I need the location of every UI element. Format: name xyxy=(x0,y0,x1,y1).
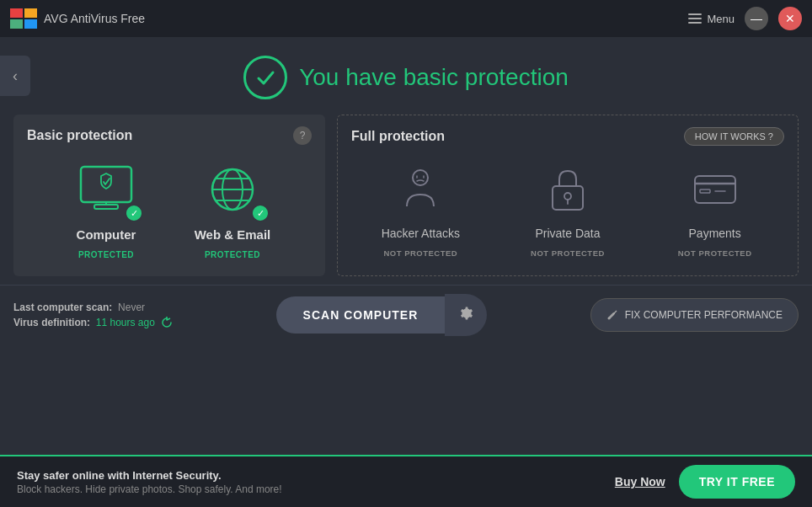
avg-logo xyxy=(10,8,37,29)
status-icon xyxy=(243,56,287,99)
header-status: You have basic protection xyxy=(243,56,569,99)
computer-item-name: Computer xyxy=(77,227,136,242)
svg-rect-5 xyxy=(688,18,702,19)
last-scan-text: Last computer scan: Never xyxy=(13,302,173,313)
svg-rect-3 xyxy=(24,19,37,29)
private-data-item[interactable]: Private Data NOT PROTECTED xyxy=(521,161,614,258)
computer-item[interactable]: ✓ Computer PROTECTED xyxy=(51,160,161,259)
hacker-attacks-name: Hacker Attacks xyxy=(382,227,460,240)
scan-computer-button[interactable]: SCAN COMPUTER xyxy=(276,296,446,334)
svg-rect-18 xyxy=(553,186,583,210)
full-protection-panel: Full protection HOW IT WORKS ? xyxy=(337,115,799,276)
back-button[interactable]: ‹ xyxy=(0,56,30,96)
private-data-icon xyxy=(538,161,597,218)
scan-settings-button[interactable] xyxy=(445,294,487,336)
last-scan-value: Never xyxy=(118,302,145,313)
web-email-item[interactable]: ✓ Web & Email PROTECTED xyxy=(178,160,287,259)
web-email-check-badge: ✓ xyxy=(251,204,270,222)
banner-actions: Buy Now TRY IT FREE xyxy=(615,465,795,499)
fix-performance-button[interactable]: FIX COMPUTER PERFORMANCE xyxy=(590,298,799,332)
banner-subtitle: Block hackers. Hide private photos. Shop… xyxy=(17,483,282,495)
status-title: You have basic protection xyxy=(299,64,569,91)
full-panel-header: Full protection HOW IT WORKS ? xyxy=(351,127,784,146)
svg-point-25 xyxy=(608,318,610,319)
virus-def-text: Virus definition: 11 hours ago xyxy=(13,317,173,329)
virus-def-value: 11 hours ago xyxy=(96,317,155,328)
svg-rect-6 xyxy=(688,22,702,24)
header-area: ‹ You have basic protection xyxy=(0,37,812,115)
computer-item-status: PROTECTED xyxy=(78,250,134,259)
refresh-icon[interactable] xyxy=(161,317,173,328)
svg-rect-4 xyxy=(688,13,702,15)
banner-title: Stay safer online with Internet Security… xyxy=(17,469,282,482)
hacker-attacks-status: NOT PROTECTED xyxy=(383,248,457,258)
payments-name: Payments xyxy=(689,227,741,240)
private-data-name: Private Data xyxy=(535,227,600,240)
basic-panel-title: Basic protection xyxy=(27,128,132,143)
buy-now-button[interactable]: Buy Now xyxy=(615,475,665,488)
svg-rect-2 xyxy=(10,19,23,29)
last-scan-label: Last computer scan: xyxy=(13,302,112,313)
web-email-item-name: Web & Email xyxy=(195,227,271,242)
wrench-icon xyxy=(606,309,618,321)
payments-icon xyxy=(686,161,745,218)
title-bar-controls: Menu — ✕ xyxy=(688,7,802,30)
menu-label: Menu xyxy=(707,13,735,25)
minimize-button[interactable]: — xyxy=(745,7,768,30)
title-bar: AVG AntiVirus Free Menu — ✕ xyxy=(0,0,812,37)
main-content: Basic protection ? ✓ Computer xyxy=(0,115,812,276)
svg-rect-8 xyxy=(94,205,118,209)
menu-button[interactable]: Menu xyxy=(688,13,735,25)
payments-item[interactable]: Payments NOT PROTECTED xyxy=(669,161,761,258)
svg-point-19 xyxy=(564,193,571,200)
app-title: AVG AntiVirus Free xyxy=(44,12,145,25)
computer-icon-wrapper: ✓ xyxy=(72,160,140,219)
how-it-works-button[interactable]: HOW IT WORKS ? xyxy=(684,127,784,146)
close-button[interactable]: ✕ xyxy=(778,7,802,30)
web-email-item-status: PROTECTED xyxy=(205,250,260,259)
svg-point-15 xyxy=(413,170,428,185)
scan-bar: Last computer scan: Never Virus definiti… xyxy=(0,285,812,346)
virus-def-label: Virus definition: xyxy=(13,317,90,328)
scan-buttons: SCAN COMPUTER xyxy=(276,294,488,336)
banner-text: Stay safer online with Internet Security… xyxy=(17,469,282,495)
basic-help-button[interactable]: ? xyxy=(293,126,312,145)
basic-items: ✓ Computer PROTECTED ✓ Web & E xyxy=(27,160,312,259)
title-bar-left: AVG AntiVirus Free xyxy=(10,8,145,29)
scan-info: Last computer scan: Never Virus definiti… xyxy=(13,302,173,329)
basic-panel-header: Basic protection ? xyxy=(27,126,312,145)
payments-status: NOT PROTECTED xyxy=(678,248,752,258)
full-panel-title: Full protection xyxy=(351,129,445,144)
svg-rect-0 xyxy=(10,8,23,18)
basic-protection-panel: Basic protection ? ✓ Computer xyxy=(13,115,325,276)
full-items: Hacker Attacks NOT PROTECTED Private Dat… xyxy=(351,161,784,258)
private-data-status: NOT PROTECTED xyxy=(531,248,605,258)
hacker-attacks-icon xyxy=(391,161,450,218)
fix-btn-label: FIX COMPUTER PERFORMANCE xyxy=(625,309,783,321)
svg-rect-23 xyxy=(700,189,710,193)
web-email-icon-wrapper: ✓ xyxy=(199,160,266,219)
try-free-button[interactable]: TRY IT FREE xyxy=(679,465,795,499)
svg-rect-1 xyxy=(24,8,37,18)
computer-check-badge: ✓ xyxy=(125,204,143,222)
bottom-banner: Stay safer online with Internet Security… xyxy=(0,455,812,507)
hacker-attacks-item[interactable]: Hacker Attacks NOT PROTECTED xyxy=(374,161,467,258)
